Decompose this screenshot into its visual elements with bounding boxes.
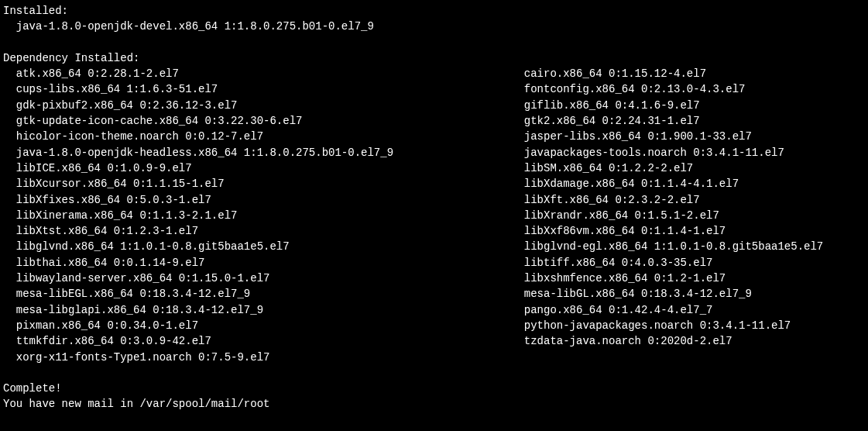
dependency-item: libglvnd-egl.x86_64 1:1.0.1-0.8.git5baa1… [511, 239, 865, 254]
dependency-item: libXinerama.x86_64 0:1.1.3-2.1.el7 [3, 208, 511, 223]
dependency-item: jasper-libs.x86_64 0:1.900.1-33.el7 [511, 129, 865, 144]
dependency-item: xorg-x11-fonts-Type1.noarch 0:7.5-9.el7 [3, 350, 511, 365]
dependency-item: libwayland-server.x86_64 0:1.15.0-1.el7 [3, 271, 511, 286]
dependency-column-left: atk.x86_64 0:2.28.1-2.el7 cups-libs.x86_… [3, 66, 511, 365]
dependency-item: libXtst.x86_64 0:1.2.3-1.el7 [3, 223, 511, 239]
dependency-item: atk.x86_64 0:2.28.1-2.el7 [3, 66, 511, 81]
dependency-item: gtk2.x86_64 0:2.24.31-1.el7 [511, 113, 865, 129]
blank-line [3, 365, 865, 381]
dependency-item: ttmkfdir.x86_64 0:3.0.9-42.el7 [3, 333, 511, 349]
installed-header: Installed: [3, 3, 865, 19]
dependency-item: mesa-libGL.x86_64 0:18.3.4-12.el7_9 [511, 286, 865, 302]
dependency-item: java-1.8.0-openjdk-headless.x86_64 1:1.8… [3, 145, 511, 160]
dependency-item: libthai.x86_64 0:0.1.14-9.el7 [3, 255, 511, 271]
blank-line [3, 35, 865, 50]
dependency-item: libICE.x86_64 0:1.0.9-9.el7 [3, 160, 511, 176]
dependency-item: libXxf86vm.x86_64 0:1.1.4-1.el7 [511, 223, 865, 239]
dependency-item: pango.x86_64 0:1.42.4-4.el7_7 [511, 302, 865, 318]
dependency-item: libXft.x86_64 0:2.3.2-2.el7 [511, 192, 865, 208]
dependency-item: tzdata-java.noarch 0:2020d-2.el7 [511, 333, 865, 349]
dependency-item: cairo.x86_64 0:1.15.12-4.el7 [511, 66, 865, 81]
dependency-item: libxshmfence.x86_64 0:1.2-1.el7 [511, 271, 865, 286]
dependency-item: mesa-libglapi.x86_64 0:18.3.4-12.el7_9 [3, 302, 511, 318]
dependency-item: libglvnd.x86_64 1:1.0.1-0.8.git5baa1e5.e… [3, 239, 511, 254]
dependency-item: pixman.x86_64 0:0.34.0-1.el7 [3, 318, 511, 333]
dependency-item: python-javapackages.noarch 0:3.4.1-11.el… [511, 318, 865, 333]
complete-status: Complete! [3, 381, 865, 396]
mail-notification: You have new mail in /var/spool/mail/roo… [3, 396, 865, 412]
dependency-column-right: cairo.x86_64 0:1.15.12-4.el7 fontconfig.… [511, 66, 865, 365]
dependency-item: libtiff.x86_64 0:4.0.3-35.el7 [511, 255, 865, 271]
dependency-item: libXdamage.x86_64 0:1.1.4-4.1.el7 [511, 176, 865, 191]
dependency-item: mesa-libEGL.x86_64 0:18.3.4-12.el7_9 [3, 286, 511, 302]
dependency-item: giflib.x86_64 0:4.1.6-9.el7 [511, 98, 865, 113]
installed-package: java-1.8.0-openjdk-devel.x86_64 1:1.8.0.… [3, 19, 865, 34]
dependency-item: libSM.x86_64 0:1.2.2-2.el7 [511, 160, 865, 176]
dependency-list: atk.x86_64 0:2.28.1-2.el7 cups-libs.x86_… [3, 66, 865, 365]
dependency-item: javapackages-tools.noarch 0:3.4.1-11.el7 [511, 145, 865, 160]
dependency-item: libXrandr.x86_64 0:1.5.1-2.el7 [511, 208, 865, 223]
dependency-item: fontconfig.x86_64 0:2.13.0-4.3.el7 [511, 81, 865, 97]
dependency-header: Dependency Installed: [3, 50, 865, 66]
dependency-item: gdk-pixbuf2.x86_64 0:2.36.12-3.el7 [3, 98, 511, 113]
dependency-item: libXfixes.x86_64 0:5.0.3-1.el7 [3, 192, 511, 208]
dependency-item: gtk-update-icon-cache.x86_64 0:3.22.30-6… [3, 113, 511, 129]
dependency-item: libXcursor.x86_64 0:1.1.15-1.el7 [3, 176, 511, 191]
dependency-item: cups-libs.x86_64 1:1.6.3-51.el7 [3, 81, 511, 97]
dependency-item: hicolor-icon-theme.noarch 0:0.12-7.el7 [3, 129, 511, 144]
